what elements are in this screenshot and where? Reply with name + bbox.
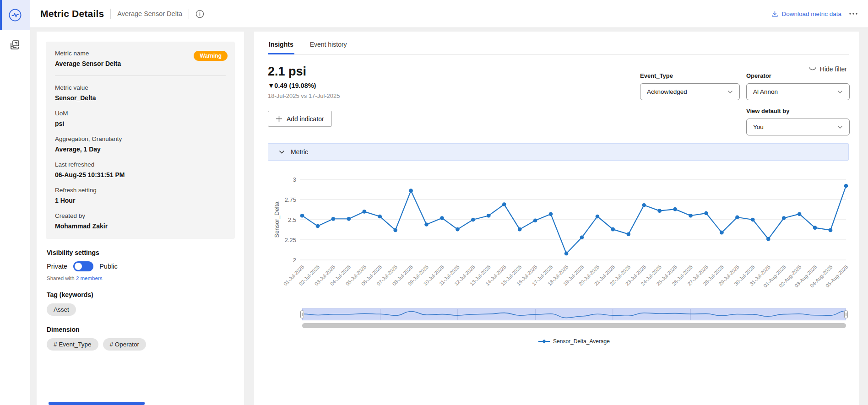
public-label: Public [99,263,118,270]
operator-select[interactable]: Al Annon [746,83,850,100]
field-aggregation: Aggregation, Granularity Average, 1 Day [55,135,226,153]
field-label: Metric value [55,84,226,91]
metric-name-subtitle: Average Sensor Delta [117,10,182,17]
field-value: psi [55,120,226,127]
divider [189,9,189,19]
operator-selected-value: Al Annon [753,88,778,95]
svg-text:2.75: 2.75 [285,196,296,203]
event-type-selected-value: Acknowledged [647,88,687,95]
metric-details-panel: Warning Metric name Average Sensor Delta… [37,32,244,405]
field-value: Average Sensor Delta [55,60,226,67]
plus-icon [276,115,282,122]
metric-summary-card: Warning Metric name Average Sensor Delta… [46,42,235,239]
app-root: Metric Details Average Sensor Delta Down… [0,0,868,405]
sidebar-item-metrics[interactable] [0,0,30,30]
kpi-block: 2.1 psi ▼0.49 (19.08%) 18-Jul-2025 vs 17… [268,65,340,99]
field-label: UoM [55,110,226,117]
chevron-down-icon [837,125,843,129]
operator-filter: Operator Al Annon [746,72,850,100]
tag-chip: Asset [47,303,76,316]
chevron-down-icon [279,150,285,154]
hide-filter-icon [809,67,816,71]
field-label: Last refreshed [55,161,226,168]
sidebar-item-reports[interactable] [0,30,30,60]
field-value: Sensor_Delta [55,94,226,102]
shared-with-text: Shared with [47,275,75,281]
visibility-toggle[interactable] [73,261,93,271]
metric-line-chart: 32.752.52.252Sensor_Delta01-Jul-202502-J… [268,165,849,312]
header-right: Download metric data [771,0,858,27]
shared-members-link[interactable]: 2 members [76,275,103,281]
download-metric-data-link[interactable]: Download metric data [771,11,841,17]
report-icon [9,39,22,52]
dimension-title: Dimension [47,326,234,333]
add-indicator-button[interactable]: Add indicator [268,111,332,127]
view-default-by-select[interactable]: You [746,119,850,135]
field-value: Average, 1 Day [55,146,226,153]
main-panel: Insights Event history 2.1 psi ▼0.49 (19… [254,32,859,405]
hide-filter-button[interactable]: Hide filter [809,65,847,73]
divider [55,76,226,76]
kpi-delta: ▼0.49 (19.08%) [268,82,340,89]
event-type-filter-label: Event_Type [640,72,740,79]
field-refresh-setting: Refresh setting 1 Hour [55,187,226,204]
more-options-button[interactable] [849,12,858,15]
chart-horizontal-scrollbar[interactable] [302,323,846,328]
view-default-by-filter: View default by You [746,108,850,135]
view-default-selected-value: You [753,124,764,130]
top-bar: Metric Details Average Sensor Delta Down… [0,0,868,27]
dimension-chip: # Event_Type [47,338,98,351]
legend-item-sensor-delta-average[interactable]: Sensor_Delta_Average [538,338,610,345]
brush-minichart-svg [303,309,846,320]
page-title: Metric Details [40,8,104,19]
tags-section: Tag (keywords) Asset [47,291,234,316]
info-icon[interactable] [195,10,204,18]
svg-text:2.5: 2.5 [288,216,296,223]
field-label: Aggregation, Granularity [55,135,226,142]
dimension-section: Dimension # Event_Type # Operator [47,326,234,351]
svg-text:2: 2 [293,257,296,264]
field-label: Created by [55,212,226,219]
tags-title: Tag (keywords) [47,291,234,298]
field-value: 06-Aug-25 10:31:51 PM [55,171,226,178]
svg-text:Sensor_Delta: Sensor_Delta [273,201,280,238]
kebab-icon [849,12,858,15]
field-metric-value: Metric value Sensor_Delta [55,84,226,102]
visibility-section: Visibility settings Private Public Share… [47,249,234,281]
brush-handle-left[interactable] [300,311,304,319]
field-value: Mohammad Zakir [55,222,226,230]
metric-section-header[interactable]: Metric [268,143,849,161]
brush-handle-right[interactable] [844,311,848,319]
chart-legend: Sensor_Delta_Average [302,338,846,345]
download-icon [771,11,778,17]
divider [110,9,111,19]
private-label: Private [47,263,67,270]
chevron-down-icon [837,90,843,94]
sidebar [0,0,30,405]
tab-event-history[interactable]: Event history [309,39,348,54]
chart-range-brush[interactable] [302,308,846,320]
view-default-by-label: View default by [746,108,850,114]
tab-insights[interactable]: Insights [268,39,294,54]
event-type-filter: Event_Type Acknowledged [640,72,740,100]
header-left: Metric Details Average Sensor Delta [40,0,204,27]
event-type-select[interactable]: Acknowledged [640,83,740,100]
legend-line-marker-icon [538,339,550,344]
pulse-icon [8,8,22,22]
svg-text:3: 3 [293,176,296,183]
toggle-knob [75,263,82,270]
dimension-chip: # Operator [103,338,146,351]
svg-text:2.25: 2.25 [285,237,296,243]
tab-bar: Insights Event history [268,39,849,54]
field-label: Refresh setting [55,187,226,194]
line-chart-svg: 32.752.52.252Sensor_Delta01-Jul-202502-J… [268,165,849,310]
metric-section-title: Metric [291,148,308,156]
page-horizontal-scrollbar-thumb[interactable] [49,402,145,405]
chevron-down-icon [727,90,733,94]
field-uom: UoM psi [55,110,226,127]
visibility-title: Visibility settings [47,249,234,256]
kpi-compare-dates: 18-Jul-2025 vs 17-Jul-2025 [268,92,340,99]
field-created-by: Created by Mohammad Zakir [55,212,226,230]
kpi-value: 2.1 psi [268,65,340,79]
field-value: 1 Hour [55,197,226,204]
